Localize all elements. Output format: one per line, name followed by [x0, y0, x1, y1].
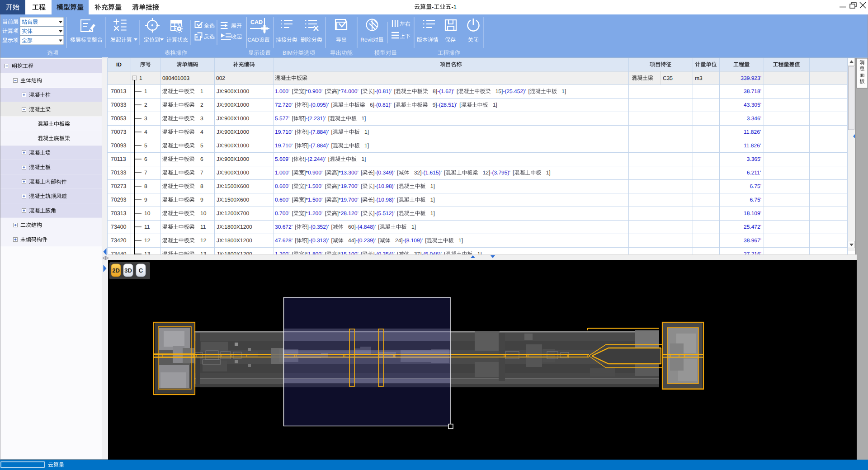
- svg-text:1]: 1]: [458, 237, 463, 244]
- svg-text:38.718': 38.718': [744, 88, 761, 94]
- svg-text:JX:1800X1200: JX:1800X1200: [217, 224, 252, 230]
- svg-text:10: 10: [200, 210, 207, 216]
- svg-text:-(3.795)': -(3.795)': [490, 169, 510, 176]
- svg-text:19.710': 19.710': [275, 129, 292, 135]
- svg-text:080401003: 080401003: [162, 75, 189, 81]
- svg-text:C: C: [139, 267, 143, 274]
- svg-text:6.75': 6.75': [750, 197, 761, 203]
- svg-text:5: 5: [144, 142, 147, 149]
- svg-text:1.000': 1.000': [275, 88, 289, 94]
- svg-text:-(10.98)': -(10.98)': [375, 183, 395, 189]
- svg-text:-(1.615)': -(1.615)': [422, 169, 442, 176]
- svg-text:-(1.62)': -(1.62)': [437, 88, 454, 94]
- svg-text:19.700': 19.700': [341, 183, 359, 189]
- svg-text:-(4.848)': -(4.848)': [356, 224, 376, 230]
- svg-text:-(0.349)': -(0.349)': [375, 169, 395, 176]
- svg-text:12: 12: [200, 237, 207, 244]
- svg-text:JX:900X1000: JX:900X1000: [217, 169, 249, 176]
- svg-text:1]: 1]: [430, 183, 435, 189]
- svg-text:60]: 60]: [348, 224, 356, 230]
- svg-text:6: 6: [200, 156, 203, 162]
- svg-text:-(7.884)': -(7.884)': [309, 142, 329, 149]
- svg-text:1]: 1]: [430, 197, 435, 203]
- svg-text:10: 10: [144, 210, 151, 216]
- svg-text:0.600': 0.600': [275, 183, 289, 189]
- svg-text:-(8.109)': -(8.109)': [403, 237, 423, 244]
- svg-text:28.120': 28.120': [341, 210, 359, 216]
- svg-text:9]: 9]: [433, 102, 437, 108]
- svg-text:JX:900X1000: JX:900X1000: [217, 129, 249, 135]
- svg-text:70113: 70113: [111, 156, 126, 162]
- svg-text:8: 8: [144, 183, 147, 189]
- svg-text:47.628': 47.628': [275, 237, 292, 244]
- svg-text:70293: 70293: [111, 197, 127, 203]
- svg-text:-1: -1: [451, 4, 457, 10]
- svg-text:3.346': 3.346': [747, 115, 761, 122]
- svg-text:BIM: BIM: [283, 50, 292, 56]
- svg-text:38.967': 38.967': [744, 237, 761, 244]
- svg-text:1.500': 1.500': [308, 197, 322, 203]
- svg-text:0.900': 0.900': [308, 169, 322, 176]
- svg-text:-(0.313)': -(0.313)': [309, 237, 329, 244]
- svg-text:70013: 70013: [111, 88, 127, 94]
- svg-text:ID: ID: [116, 61, 122, 68]
- svg-text:0.600': 0.600': [275, 197, 289, 203]
- svg-text:1]: 1]: [493, 102, 497, 108]
- svg-text:1]: 1]: [361, 115, 366, 122]
- svg-text:JX:900X1000: JX:900X1000: [217, 156, 249, 162]
- svg-text:1: 1: [144, 88, 147, 94]
- svg-text:44]: 44]: [348, 237, 356, 244]
- svg-text:0.900': 0.900': [308, 88, 322, 94]
- svg-text:1]: 1]: [546, 169, 551, 176]
- svg-text:m3: m3: [695, 75, 703, 81]
- svg-text:70073: 70073: [111, 129, 127, 135]
- svg-text:19.700': 19.700': [341, 197, 359, 203]
- svg-text:6]: 6]: [370, 102, 374, 108]
- svg-text:18.109': 18.109': [744, 210, 761, 216]
- svg-text:70273: 70273: [111, 183, 127, 189]
- svg-text:43.305': 43.305': [744, 102, 761, 108]
- svg-text:32]: 32]: [414, 169, 422, 176]
- svg-text:JX:1500X600: JX:1500X600: [217, 183, 249, 189]
- svg-text:JX:1500X600: JX:1500X600: [217, 197, 249, 203]
- svg-text:1]: 1]: [364, 142, 369, 149]
- svg-text:5.609': 5.609': [275, 156, 289, 162]
- svg-text:CAD: CAD: [247, 37, 259, 43]
- svg-text:3: 3: [200, 115, 203, 122]
- svg-text:-(0.81)': -(0.81)': [374, 102, 392, 108]
- svg-text:6: 6: [144, 156, 147, 162]
- svg-text:8: 8: [200, 183, 203, 189]
- svg-text:Revit: Revit: [360, 37, 373, 43]
- svg-text:9: 9: [144, 197, 147, 203]
- svg-text:0.700': 0.700': [275, 210, 289, 216]
- svg-text:9: 9: [200, 197, 203, 203]
- svg-text:JX:1800X1200: JX:1800X1200: [217, 237, 252, 244]
- svg-text:70053: 70053: [111, 115, 127, 122]
- svg-text:3D: 3D: [124, 267, 132, 274]
- svg-text:-(0.095)': -(0.095)': [309, 102, 329, 108]
- svg-text:7: 7: [144, 169, 147, 176]
- svg-text:-(10.98)': -(10.98)': [375, 197, 395, 203]
- svg-text:70033: 70033: [111, 102, 127, 108]
- svg-text:JX:1200X700: JX:1200X700: [217, 210, 249, 216]
- svg-text:-(2.244)': -(2.244)': [306, 156, 326, 162]
- svg-text:4: 4: [200, 129, 203, 135]
- svg-text:1]: 1]: [361, 156, 366, 162]
- svg-text:30.672': 30.672': [275, 224, 292, 230]
- svg-text:1.000': 1.000': [275, 169, 289, 176]
- svg-text:1: 1: [200, 88, 203, 94]
- svg-text:12]: 12]: [483, 169, 491, 176]
- svg-text:3: 3: [144, 115, 147, 122]
- svg-text:1.200': 1.200': [308, 210, 322, 216]
- svg-text:7: 7: [200, 169, 203, 176]
- svg-text:70313: 70313: [111, 210, 127, 216]
- svg-text:12: 12: [144, 237, 151, 244]
- svg-text:11: 11: [200, 224, 206, 230]
- svg-text:1]: 1]: [411, 224, 416, 230]
- svg-text:72.720': 72.720': [275, 102, 292, 108]
- svg-text:24]: 24]: [395, 237, 403, 244]
- svg-text:6.211': 6.211': [747, 169, 761, 176]
- svg-text:4: 4: [144, 129, 147, 135]
- svg-text:-(0.239)': -(0.239)': [356, 237, 376, 244]
- svg-text:CAD: CAD: [250, 19, 263, 25]
